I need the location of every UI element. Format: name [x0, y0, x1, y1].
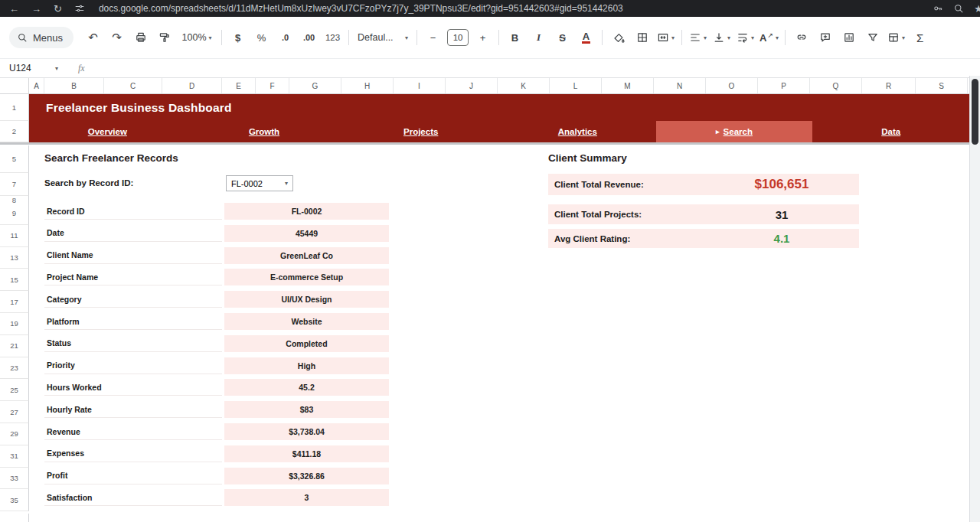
- record-value-cell[interactable]: UI/UX Design: [224, 291, 389, 308]
- record-value-cell[interactable]: $411.18: [224, 445, 389, 462]
- record-id-dropdown[interactable]: FL-0002 ▾: [226, 175, 293, 191]
- merge-cells-button[interactable]: ▾: [654, 28, 678, 47]
- record-value-cell[interactable]: Website: [224, 313, 389, 330]
- row-header-25[interactable]: 25: [0, 379, 29, 401]
- filter-button[interactable]: [861, 28, 884, 47]
- row-header-2[interactable]: 2: [0, 121, 29, 142]
- row-header-31[interactable]: 31: [0, 445, 29, 468]
- summary-row[interactable]: Avg Client Rating:4.1: [548, 229, 859, 248]
- sheet-tab-growth[interactable]: Growth: [186, 121, 343, 142]
- column-header-B[interactable]: B: [44, 78, 104, 93]
- row-header-17[interactable]: 17: [0, 291, 29, 313]
- record-value-cell[interactable]: 3: [224, 489, 389, 506]
- vertical-align-button[interactable]: ▾: [710, 28, 733, 47]
- print-button[interactable]: [129, 28, 152, 47]
- text-color-button[interactable]: A: [574, 28, 598, 47]
- format-percent-button[interactable]: %: [250, 28, 273, 47]
- record-value-cell[interactable]: Completed: [224, 335, 389, 352]
- bookmark-star-icon[interactable]: ★: [974, 3, 980, 15]
- column-header-M[interactable]: M: [602, 78, 654, 93]
- column-header-E[interactable]: E: [222, 78, 256, 93]
- record-label-cell[interactable]: Hours Worked: [44, 379, 222, 396]
- paint-format-button[interactable]: [152, 28, 176, 47]
- record-label-cell[interactable]: Hourly Rate: [44, 401, 222, 418]
- sheet-tab-search[interactable]: ▸Search: [656, 121, 813, 142]
- font-family-select[interactable]: Defaul...▾: [353, 28, 413, 47]
- insert-comment-button[interactable]: [813, 28, 837, 47]
- increase-decimal-button[interactable]: .00: [297, 28, 321, 47]
- increase-font-size-button[interactable]: +: [471, 28, 495, 47]
- insert-chart-button[interactable]: [837, 28, 861, 47]
- record-value-cell[interactable]: GreenLeaf Co: [224, 247, 389, 264]
- row-header-23[interactable]: 23: [0, 357, 29, 380]
- row-header-35[interactable]: 35: [0, 489, 29, 511]
- row-header-13[interactable]: 13: [0, 247, 29, 269]
- cell-reference-box[interactable]: U124 ▾: [0, 59, 66, 77]
- dashboard-banner[interactable]: Freelancer Business Dashboard: [29, 94, 969, 121]
- row-header-29[interactable]: 29: [0, 423, 29, 445]
- record-label-cell[interactable]: Revenue: [44, 423, 222, 440]
- record-value-cell[interactable]: FL-0002: [224, 203, 389, 220]
- row-header-7[interactable]: 7: [0, 173, 29, 196]
- sheet-tab-data[interactable]: Data: [812, 121, 969, 142]
- fx-icon[interactable]: fx: [78, 63, 85, 74]
- record-label-cell[interactable]: Project Name: [44, 269, 222, 285]
- font-size-input[interactable]: 10: [447, 29, 469, 46]
- borders-button[interactable]: [630, 28, 654, 47]
- strikethrough-button[interactable]: S: [550, 28, 574, 47]
- decrease-font-size-button[interactable]: −: [421, 28, 445, 47]
- row-header-11[interactable]: 11: [0, 225, 29, 247]
- row-header-19[interactable]: 19: [0, 313, 29, 335]
- row-header-21[interactable]: 21: [0, 335, 29, 357]
- sheet-tab-analytics[interactable]: Analytics: [499, 121, 656, 142]
- record-label-cell[interactable]: Status: [44, 335, 222, 352]
- record-label-cell[interactable]: Priority: [44, 357, 222, 374]
- column-header-N[interactable]: N: [654, 78, 706, 93]
- frozen-rows-divider[interactable]: [0, 142, 969, 145]
- summary-row[interactable]: Client Total Projects:31: [548, 204, 859, 224]
- sheet-tab-projects[interactable]: Projects: [342, 121, 499, 142]
- record-label-cell[interactable]: Category: [44, 291, 222, 308]
- row-header-33[interactable]: 33: [0, 468, 29, 490]
- record-label-cell[interactable]: Platform: [44, 313, 222, 330]
- reload-button[interactable]: ↻: [54, 4, 62, 14]
- record-label-cell[interactable]: Date: [44, 225, 222, 242]
- record-value-cell[interactable]: $83: [224, 401, 389, 418]
- column-header-C[interactable]: C: [104, 78, 162, 93]
- sheet-tab-overview[interactable]: Overview: [29, 121, 186, 142]
- record-value-cell[interactable]: $3,326.86: [224, 468, 389, 484]
- select-all-corner[interactable]: [0, 78, 29, 93]
- text-rotation-button[interactable]: A↗▾: [757, 28, 781, 47]
- column-header-L[interactable]: L: [550, 78, 602, 93]
- horizontal-align-button[interactable]: ▾: [686, 28, 710, 47]
- table-views-button[interactable]: ▾: [884, 28, 908, 47]
- record-label-cell[interactable]: Client Name: [44, 247, 222, 264]
- record-label-cell[interactable]: Satisfaction: [44, 489, 222, 506]
- forward-button[interactable]: →: [31, 4, 41, 14]
- password-key-icon[interactable]: [933, 3, 943, 14]
- text-wrap-button[interactable]: ▾: [733, 28, 757, 47]
- row-header-27[interactable]: 27: [0, 401, 29, 423]
- zoom-select[interactable]: 100%▾: [176, 28, 217, 47]
- column-header-Q[interactable]: Q: [810, 78, 862, 93]
- format-currency-button[interactable]: $: [226, 28, 250, 47]
- decrease-decimal-button[interactable]: .0: [273, 28, 297, 47]
- record-label-cell[interactable]: Profit: [44, 468, 222, 484]
- column-header-S[interactable]: S: [916, 78, 968, 93]
- column-header-F[interactable]: F: [256, 78, 289, 93]
- column-header-P[interactable]: P: [758, 78, 810, 93]
- column-header-J[interactable]: J: [446, 78, 498, 93]
- column-header-G[interactable]: G: [289, 78, 341, 93]
- column-header-O[interactable]: O: [706, 78, 758, 93]
- row-header-37[interactable]: 37: [0, 514, 29, 522]
- undo-button[interactable]: ↶: [81, 28, 105, 47]
- row-header-5[interactable]: 5: [0, 145, 29, 173]
- record-label-cell[interactable]: Record ID: [44, 203, 222, 220]
- column-header-D[interactable]: D: [162, 78, 222, 93]
- row-header-15[interactable]: 15: [0, 269, 29, 291]
- record-value-cell[interactable]: 45449: [224, 225, 389, 242]
- number-format-button[interactable]: 123: [321, 28, 345, 47]
- record-value-cell[interactable]: 45.2: [224, 379, 389, 396]
- redo-button[interactable]: ↷: [105, 28, 129, 47]
- column-header-I[interactable]: I: [394, 78, 446, 93]
